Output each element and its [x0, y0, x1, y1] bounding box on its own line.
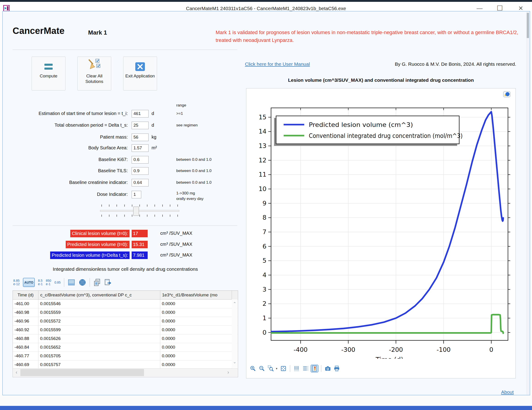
user-manual-link[interactable]: Click here for the User Manual	[245, 61, 310, 67]
predicted-lesion-volume-tdelta-unit: cm³ /SUV_MAX	[160, 253, 192, 258]
y-tick-label: 12	[259, 157, 266, 164]
scroll-up-icon[interactable]: ⌃	[232, 301, 238, 306]
table-cell: 0.0000	[160, 300, 232, 308]
column-header-2[interactable]: 1e3*c_d1/BreastVolume (mo	[160, 291, 232, 299]
snapshot-icon[interactable]	[324, 365, 331, 372]
table-row[interactable]: -461.000.00155460.0000	[13, 300, 238, 308]
table-row[interactable]: -460.920.00155990.0000	[13, 326, 238, 334]
baseline-tils-field[interactable]: 0.9	[132, 167, 149, 175]
y-tick-label: 3	[263, 286, 266, 293]
x-grid-icon[interactable]	[293, 365, 300, 372]
baseline-ki67-field[interactable]: 0.6	[132, 156, 149, 164]
baseline-tils-range: between 0.0 and 1.0	[176, 169, 211, 173]
patient-mass-label: Patient mass:	[13, 135, 128, 140]
patient-mass-unit: kg	[152, 135, 156, 140]
exit-application-button[interactable]: Exit Application	[123, 57, 157, 90]
precision-0p85[interactable]: 0.85	[55, 278, 61, 287]
y-grid-icon[interactable]	[302, 365, 309, 372]
clear-all-solutions-button[interactable]: Clear All Solutions	[77, 57, 111, 90]
y-tick-label: 10	[259, 185, 266, 192]
full-precision-table-icon[interactable]	[67, 279, 75, 286]
axis-limits-icon[interactable]	[311, 365, 318, 372]
exit-application-label: Exit Application	[124, 73, 157, 79]
table-cell: 0.0000	[160, 334, 232, 343]
table-cell: -460.98	[13, 308, 38, 317]
zoom-extents-icon[interactable]	[280, 365, 287, 372]
validation-warning-text: Mark 1 is validated for prognoses of les…	[216, 29, 520, 44]
slider-tick	[116, 215, 117, 217]
results-divider	[13, 225, 238, 226]
slider-thumb[interactable]	[133, 207, 139, 216]
dose-indicator-range-2: orally every day	[176, 196, 203, 201]
column-header-0[interactable]: Time (d)	[13, 291, 38, 299]
table-cell: 0.0000	[160, 361, 232, 369]
window-scrollbar-thumb[interactable]	[527, 13, 529, 38]
zoom-out-icon[interactable]	[258, 365, 265, 372]
zoom-in-icon[interactable]	[249, 365, 256, 372]
table-horizontal-scrollbar[interactable]: ‹›	[13, 368, 238, 377]
copy-table-icon[interactable]	[93, 279, 101, 286]
table-cell: 0.0015652	[38, 343, 160, 351]
taskbar-strip	[0, 406, 532, 410]
compute-label: Compute	[32, 73, 65, 79]
predicted-lesion-volume-t0-unit: cm³ /SUV_MAX	[160, 242, 192, 247]
zoom-box-icon[interactable]	[267, 365, 274, 372]
page-subtitle-mark: Mark 1	[88, 29, 107, 36]
page-title: CancerMate	[13, 26, 65, 36]
header-divider	[13, 49, 238, 50]
patient-mass-field[interactable]: 56	[132, 134, 149, 141]
table-cell: 0.0000	[160, 326, 232, 334]
y-tick-label: 8	[263, 214, 266, 221]
scroll-left-icon[interactable]: ‹	[13, 369, 20, 377]
column-header-1[interactable]: c_c/BreastVolume (cm^3), conventional DP…	[38, 291, 160, 299]
about-link[interactable]: About	[501, 389, 514, 395]
scroll-right-icon[interactable]: ›	[225, 369, 232, 377]
export-table-icon[interactable]	[104, 279, 112, 286]
dose-indicator-slider[interactable]	[100, 205, 179, 217]
table-row[interactable]: -460.960.00155720.0000	[13, 317, 238, 326]
auto-button[interactable]: AUTO	[23, 278, 35, 287]
x-tick-label: -300	[341, 346, 355, 353]
window-scrollbar-track[interactable]	[526, 11, 530, 395]
precision-8p85e-12[interactable]: 8.85e-12	[13, 279, 20, 286]
zoom-options-caret-icon[interactable]: ▼	[276, 367, 278, 370]
t-i-field[interactable]: 461	[132, 110, 149, 117]
body-surface-area-field[interactable]: 1.57	[132, 144, 149, 152]
y-tick-label: 6	[263, 243, 266, 250]
slider-tick	[109, 205, 109, 207]
table-row[interactable]: -460.770.00157050.0000	[13, 352, 238, 361]
hscroll-thumb[interactable]	[20, 369, 144, 376]
baseline-creatinine-field[interactable]: 0.64	[132, 179, 149, 186]
broom-checklist-icon	[78, 57, 111, 71]
dose-indicator-field[interactable]: 1	[132, 191, 141, 198]
delta-t-s-field[interactable]: 25	[132, 122, 149, 129]
x-tick-label: -200	[389, 346, 403, 353]
table-row[interactable]: -460.880.00156260.0000	[13, 334, 238, 343]
scroll-down-icon[interactable]: ⌄	[232, 359, 238, 364]
sphere-plot-icon[interactable]	[78, 279, 86, 286]
slider-tick	[177, 215, 178, 217]
baseline-creatinine-label: Baseline creatinine indicator:	[13, 180, 128, 185]
legend-label-1: Conventional integrated drug concentrati…	[309, 132, 463, 139]
slider-tick	[132, 205, 132, 207]
y-tick-label: 13	[259, 142, 266, 149]
y-tick-label: 2	[263, 300, 266, 307]
clear-all-solutions-label: Clear All Solutions	[78, 73, 111, 84]
table-cell: 0.0015626	[38, 334, 160, 343]
table-row[interactable]: -460.690.00157570.0000	[13, 361, 238, 369]
precision-850e-1[interactable]: 850e-1	[46, 279, 51, 286]
toolbar-separator	[89, 278, 90, 287]
x-axis-label: Time (d)	[375, 356, 403, 359]
print-icon[interactable]	[333, 365, 340, 372]
table-cell: 0.0000	[160, 308, 232, 317]
table-row[interactable]: -460.840.00156520.0000	[13, 343, 238, 352]
precision-8p5e-1[interactable]: 8.5e-1	[38, 279, 43, 286]
table-row[interactable]: -460.980.00155590.0000	[13, 308, 238, 317]
slider-track[interactable]	[100, 210, 179, 212]
compute-button[interactable]: Compute	[32, 57, 66, 90]
slider-tick	[139, 205, 140, 207]
table-cell: -461.00	[13, 300, 38, 308]
predicted-lesion-volume-t0-value: 15.31	[132, 241, 148, 248]
table-vertical-scroll[interactable]: ⌃⌄	[232, 299, 238, 368]
slider-tick	[132, 215, 132, 217]
